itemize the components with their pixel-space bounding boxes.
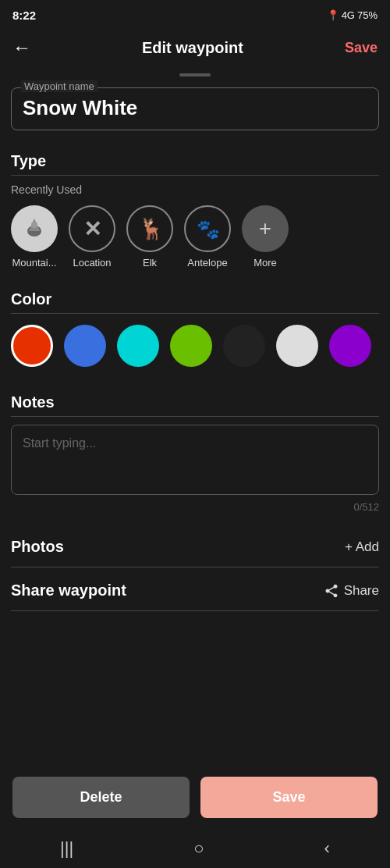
mountain-circle	[11, 205, 58, 252]
type-icon-more[interactable]: + More	[242, 205, 289, 269]
color-green[interactable]	[170, 325, 212, 367]
status-time: 8:22	[12, 9, 36, 22]
battery-icon: 75%	[357, 9, 378, 21]
color-row	[11, 322, 379, 370]
color-blue[interactable]	[64, 325, 106, 367]
network-icon: 4G	[342, 9, 355, 21]
svg-text:🦌: 🦌	[139, 216, 164, 241]
nav-menu-icon[interactable]: |||	[60, 838, 73, 859]
notes-counter: 0/512	[11, 501, 379, 513]
top-nav: ← Edit waypoint Save	[0, 28, 390, 69]
waypoint-name-value: Snow White	[23, 96, 367, 120]
status-bar: 8:22 📍 4G 75%	[0, 0, 390, 28]
color-section-header: Color	[11, 283, 379, 314]
nav-bar: ||| ○ ‹	[0, 829, 390, 868]
scroll-handle-bar	[179, 73, 211, 76]
photos-section: Photos + Add	[11, 527, 379, 567]
waypoint-name-field[interactable]: Waypoint name Snow White	[11, 87, 379, 130]
nav-back-icon[interactable]: ‹	[324, 838, 330, 859]
type-icons-row: Mountai... ✕ Location 🦌 Elk 🐾	[11, 205, 379, 269]
add-photo-button[interactable]: + Add	[345, 539, 379, 555]
more-label: More	[254, 257, 277, 269]
scroll-handle	[0, 69, 390, 81]
signal-icon: 📍	[327, 9, 339, 21]
color-red[interactable]	[11, 325, 53, 367]
delete-button[interactable]: Delete	[12, 777, 190, 818]
share-section: Share waypoint Share	[11, 571, 379, 611]
photos-label: Photos	[11, 538, 64, 556]
color-purple[interactable]	[329, 325, 371, 367]
notes-input[interactable]	[11, 425, 379, 495]
color-white[interactable]	[276, 325, 318, 367]
color-cyan[interactable]	[117, 325, 159, 367]
share-button[interactable]: Share	[324, 583, 379, 599]
more-circle: +	[242, 205, 289, 252]
main-content: Waypoint name Snow White Type Recently U…	[0, 87, 390, 720]
location-x-icon: ✕	[83, 216, 101, 242]
color-black[interactable]	[223, 325, 265, 367]
elk-circle: 🦌	[126, 205, 173, 252]
location-label: Location	[73, 257, 111, 269]
svg-text:🐾: 🐾	[197, 218, 220, 240]
type-section-header: Type	[11, 144, 379, 176]
svg-point-2	[31, 222, 37, 228]
page-title: Edit waypoint	[142, 39, 243, 57]
bottom-buttons: Delete Save	[0, 766, 390, 829]
notes-section-header: Notes	[11, 386, 379, 417]
recently-used-label: Recently Used	[11, 183, 379, 196]
elk-svg: 🦌	[136, 215, 164, 243]
mountain-label: Mountai...	[12, 257, 56, 269]
antelope-label: Antelope	[187, 257, 227, 269]
save-button-top[interactable]: Save	[345, 40, 378, 56]
more-plus-icon: +	[259, 216, 271, 241]
share-icon	[324, 583, 339, 599]
share-waypoint-label: Share waypoint	[11, 582, 126, 599]
status-icons: 📍 4G 75%	[327, 9, 378, 21]
waypoint-name-label: Waypoint name	[21, 80, 98, 92]
location-circle: ✕	[69, 205, 115, 252]
share-label: Share	[344, 583, 379, 599]
type-icon-elk[interactable]: 🦌 Elk	[126, 205, 173, 269]
type-icon-location[interactable]: ✕ Location	[69, 205, 115, 269]
mountain-svg	[21, 215, 48, 242]
type-icon-antelope[interactable]: 🐾 Antelope	[184, 205, 231, 269]
save-button-bottom[interactable]: Save	[200, 777, 378, 818]
type-icon-mountain[interactable]: Mountai...	[11, 205, 58, 269]
nav-home-icon[interactable]: ○	[193, 838, 204, 859]
antelope-circle: 🐾	[184, 205, 231, 252]
back-button[interactable]: ←	[12, 37, 41, 59]
antelope-svg: 🐾	[193, 215, 222, 243]
elk-label: Elk	[143, 257, 157, 269]
